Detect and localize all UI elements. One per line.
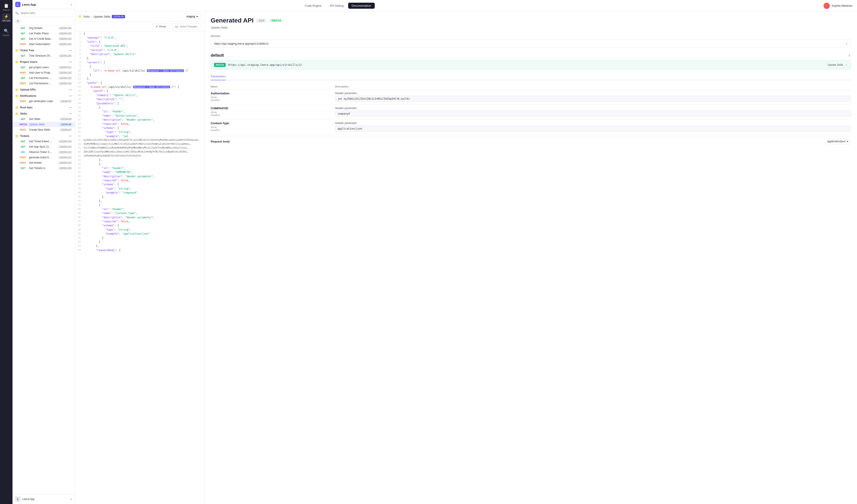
list-item[interactable]: GET Get AI Credit Bala... LEERA-132 xyxy=(13,36,75,41)
list-item[interactable]: POST Get tickets LEERA-110 xyxy=(13,160,75,166)
breadcrumb-parent: Skills xyxy=(83,15,90,18)
list-item[interactable]: POST Add User to Proje... LEERA-116 xyxy=(13,70,75,75)
reset-icon: ↺ xyxy=(155,25,158,28)
tab-api-debug[interactable]: API Debug xyxy=(326,3,347,9)
param-value[interactable]: application/json xyxy=(335,125,851,132)
code-line: 40 "example": "company4" xyxy=(75,191,204,195)
code-line: 25 "type": "string", xyxy=(75,130,204,134)
workspace-row[interactable]: L Leera App ▾ xyxy=(13,0,75,9)
icon-bar-item-planner[interactable]: 📋 Planner xyxy=(2,3,11,12)
tab-code-engine[interactable]: Code Engine xyxy=(301,3,325,9)
param-value[interactable]: company4 xyxy=(335,110,851,117)
group-header-upload-apis[interactable]: 📁 Upload APIs ••• xyxy=(13,86,75,92)
request-body-chevron-icon: ▾ xyxy=(847,140,848,143)
group-header-notifications[interactable]: 📁 Notifications ••• xyxy=(13,92,75,99)
code-line: 35 "name": "COMPANYID", xyxy=(75,170,204,174)
collapse-icon[interactable]: ∧ xyxy=(848,53,851,57)
list-item[interactable]: GET List Permissions ... LEERA-115 xyxy=(13,75,75,81)
group-header-tickets[interactable]: 📁 Tickets ••• xyxy=(13,133,75,139)
list-item[interactable]: POST List Permissions ... LEERA-115 xyxy=(13,81,75,86)
endpoint-row[interactable]: PATCH https://api.staging.leera.app/api/… xyxy=(211,60,851,69)
method-badge-get: GET xyxy=(19,167,27,170)
folder-icon: 📁 xyxy=(15,106,19,109)
list-item[interactable]: WS Observe Ticker C... LEERA-112 xyxy=(13,150,75,155)
default-title: default xyxy=(211,53,224,58)
group-menu-icon[interactable]: ••• xyxy=(69,134,72,138)
endpoint-url: https://api.staging.leera.app/api/v1/ski… xyxy=(228,63,825,67)
api-name: List Permissions ... xyxy=(29,76,57,80)
list-item[interactable]: POST generate ticket fr... LEERA-111 xyxy=(13,155,75,160)
ticket-badge: LEERA-115 xyxy=(58,82,72,85)
group-title: Tickets xyxy=(20,135,67,138)
list-item[interactable]: GET Tree Strecture Of... LEERA-125 xyxy=(13,53,75,58)
content-area: 📁 Skills / Update Skills LEERA-88 stagin… xyxy=(75,12,857,504)
code-line: 6 "description": "Update Skills" xyxy=(75,52,204,56)
reset-button[interactable]: ↺ Reset xyxy=(152,23,169,30)
code-line: 36 "description": "Header parameter", xyxy=(75,174,204,178)
list-item[interactable]: POST Start Subscription LEERA-132 xyxy=(13,41,75,47)
code-line: 51 } xyxy=(75,236,204,240)
api-name: Start Subscription xyxy=(29,42,57,46)
tab-parameters[interactable]: Parameters xyxy=(211,73,225,80)
server-select[interactable]: https://api.staging.leera.app/api/v1/ski… xyxy=(211,39,851,48)
group-ticket-tree: 📁 Ticket Tree ••• GET Tree Strecture Of.… xyxy=(13,47,75,58)
code-line: 14 "e.base_url /api/v1/skills/ Response … xyxy=(75,85,204,89)
param-in: (header) xyxy=(211,99,335,102)
group-menu-icon[interactable]: ••• xyxy=(69,88,72,91)
group-tickets: 📁 Tickets ••• GET Get Ticket linked ... … xyxy=(13,133,75,171)
list-item[interactable]: POST Create New Skills LEERA-87 xyxy=(13,127,75,133)
group-menu-icon[interactable]: ••• xyxy=(69,49,72,52)
group-title: Upload APIs xyxy=(20,88,67,91)
code-line: 52 } xyxy=(75,240,204,244)
code-line: 10 "url": "e.base_url /api/v1/skills/ Re… xyxy=(75,69,204,73)
toolbar: ↺ Reset 📖 Save Changes xyxy=(75,22,204,32)
list-item[interactable]: GET Org Details LEERA-135 xyxy=(13,25,75,31)
list-item[interactable]: GET Get Tickets rs LEERA-109 xyxy=(13,166,75,171)
code-line: 32 }, xyxy=(75,158,204,162)
queryx-icon: 🔍 xyxy=(4,29,9,33)
method-badge-patch: PATCH xyxy=(19,123,27,126)
icon-bar-item-apicore[interactable]: ⚡ API Core xyxy=(2,13,11,22)
param-value[interactable]: jwt eyJhbGciOiJIUzI1NiIsInR5cCI6IkpXVCJ9… xyxy=(335,96,851,102)
group-skills: 📁 Skills ••• GET Get Skills LEERA-89 PAT… xyxy=(13,110,75,133)
footer-workspace-icon: L xyxy=(15,497,20,502)
list-item[interactable]: GET Get Ticket linked ... LEERA-119 xyxy=(13,139,75,144)
group-menu-icon[interactable]: ••• xyxy=(69,60,72,64)
server-url: https://api.staging.leera.app/api/v1/ski… xyxy=(214,42,844,45)
group-header-ticket-tree[interactable]: 📁 Ticket Tree ••• xyxy=(13,47,75,53)
ticket-badge: LEERA-132 xyxy=(58,37,72,40)
request-body-format-select[interactable]: application/json ▾ xyxy=(825,138,851,144)
user-name: Sophia Martinez xyxy=(831,4,853,7)
code-line: 43 { xyxy=(75,203,204,207)
group-header-rust-apis[interactable]: 📁 Rust Apis ••• xyxy=(13,104,75,110)
list-item[interactable]: GET List Public Plans LEERA-132 xyxy=(13,31,75,36)
search-input[interactable] xyxy=(20,12,72,15)
group-menu-icon[interactable]: ••• xyxy=(69,106,72,109)
col-name: Name xyxy=(211,84,335,89)
code-line: 21 "name": "Authorization", xyxy=(75,114,204,118)
list-item[interactable]: POST get verification code LEERA-97 xyxy=(13,99,75,104)
save-icon: 📖 xyxy=(175,25,178,28)
tab-documentation[interactable]: Documentation xyxy=(348,3,375,9)
list-item[interactable]: GET Get App Sync Cr... LEERA-118 xyxy=(13,144,75,150)
sidebar-footer[interactable]: L Leera App ▾ xyxy=(13,494,75,504)
api-detail-panel: Generated API 1.0.0 OAS 3.0 Update Skill… xyxy=(204,12,857,504)
code-line: 18 "parameters": [ xyxy=(75,102,204,105)
list-item[interactable]: GET Get Skills LEERA-89 xyxy=(13,117,75,122)
group-header-project-users[interactable]: 📁 Project Users ••• xyxy=(13,58,75,65)
apicore-label: API Core xyxy=(2,20,11,22)
code-line: 54 "requestBody": { xyxy=(75,248,204,252)
staging-select[interactable]: staging ▾ xyxy=(183,14,201,19)
code-editor[interactable]: 1 { 2 "openapi": "3.0.0", 3 "info": { 4 … xyxy=(75,32,204,504)
add-api-button[interactable]: + xyxy=(15,18,20,24)
list-item[interactable]: GET get project users LEERA-117 xyxy=(13,65,75,70)
code-line: 39 "type": "string", xyxy=(75,187,204,191)
group-header-skills[interactable]: 📁 Skills ••• xyxy=(13,110,75,117)
icon-bar-item-queryx[interactable]: 🔍 QueryX xyxy=(2,28,11,37)
group-menu-icon[interactable]: ••• xyxy=(69,94,72,98)
group-title: Skills xyxy=(20,112,67,115)
code-line: 22 "description": "Header parameter", xyxy=(75,118,204,122)
save-changes-button[interactable]: 📖 Save Changes xyxy=(172,23,201,30)
list-item-active[interactable]: PATCH Update Skills LEERA-88 xyxy=(13,122,75,127)
group-menu-icon[interactable]: ••• xyxy=(69,112,72,116)
